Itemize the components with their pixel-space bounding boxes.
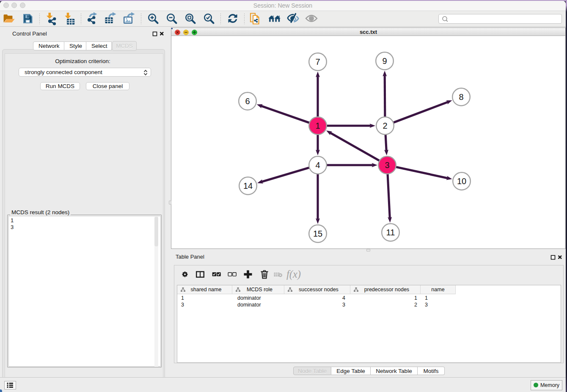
svg-text:2: 2 — [383, 121, 387, 130]
svg-text:4: 4 — [315, 160, 320, 170]
svg-text:15: 15 — [313, 229, 322, 238]
svg-text:f(x): f(x) — [286, 268, 301, 280]
svg-text:9: 9 — [382, 56, 387, 66]
svg-text:11: 11 — [386, 228, 395, 237]
svg-text:3: 3 — [385, 160, 389, 170]
svg-text:14: 14 — [243, 181, 253, 190]
svg-text:7: 7 — [315, 57, 320, 66]
svg-text:6: 6 — [245, 97, 250, 106]
svg-text:8: 8 — [459, 92, 463, 102]
svg-text:1: 1 — [315, 121, 320, 130]
svg-text:10: 10 — [457, 177, 466, 186]
